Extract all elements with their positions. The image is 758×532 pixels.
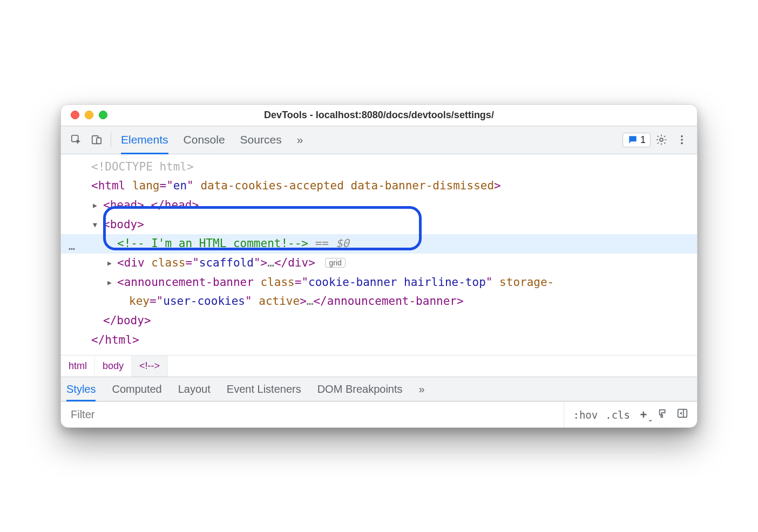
styles-filter-input[interactable] [61,402,564,427]
dom-node-comment[interactable]: ⋯ <!-- I'm an HTML comment!--> == $0 [61,234,697,254]
issues-icon [627,134,638,145]
expand-icon[interactable]: ▶ [91,200,99,212]
tabs-more[interactable]: » [297,126,303,154]
minimize-window-button[interactable] [85,111,93,119]
subtabs-more[interactable]: » [419,377,425,401]
subtab-event-listeners[interactable]: Event Listeners [227,377,301,401]
dom-node-head[interactable]: ▶ <head>…</head> [61,196,697,215]
styles-filter-tools: :hov .cls + [564,402,697,427]
close-window-button[interactable] [71,111,79,119]
dom-node-scaffold[interactable]: ▶ <div class="scaffold">…</div> grid [61,254,697,273]
expand-icon[interactable]: ▶ [105,257,114,269]
issues-button[interactable]: 1 [622,133,651,147]
titlebar: DevTools - localhost:8080/docs/devtools/… [61,105,697,126]
svg-point-4 [681,135,683,138]
grid-badge[interactable]: grid [325,258,345,268]
main-tabs: Elements Console Sources » [121,126,303,154]
subtab-layout[interactable]: Layout [178,377,211,401]
styles-tabs: Styles Computed Layout Event Listeners D… [61,377,697,401]
dom-node-html[interactable]: <html lang="en" data-cookies-accepted da… [61,176,697,196]
paint-icon[interactable] [657,407,669,422]
window-title: DevTools - localhost:8080/docs/devtools/… [61,110,697,121]
issues-count: 1 [640,134,646,146]
styles-filter-bar: :hov .cls + [61,401,697,427]
dom-node-html-close[interactable]: </html> [61,331,697,350]
crumb-html[interactable]: html [61,356,95,377]
svg-rect-2 [97,138,101,144]
collapse-icon[interactable]: ▼ [91,219,99,231]
svg-rect-7 [661,415,662,418]
kebab-menu-icon[interactable] [672,130,692,149]
tab-sources[interactable]: Sources [240,126,282,154]
tab-console[interactable]: Console [184,126,225,154]
breadcrumb: html body <!--> [61,355,697,377]
svg-point-3 [660,138,663,141]
tab-elements[interactable]: Elements [121,126,168,154]
subtab-styles[interactable]: Styles [66,377,96,401]
svg-rect-8 [678,410,687,418]
expand-icon[interactable]: ▶ [105,277,114,289]
main-toolbar: Elements Console Sources » 1 [61,126,697,154]
dom-node-announcement-banner[interactable]: ▶ <announcement-banner class="cookie-ban… [61,273,697,292]
dom-node-body-open[interactable]: ▼ <body> [61,215,697,235]
dom-node-announcement-banner-cont[interactable]: key="user-cookies" active>…</announcemen… [61,292,697,311]
dom-node-body-close[interactable]: </body> [61,311,697,331]
hov-toggle[interactable]: :hov [573,409,598,421]
svg-point-5 [681,139,683,141]
svg-point-6 [681,142,683,145]
devtools-window: DevTools - localhost:8080/docs/devtools/… [60,104,698,428]
dom-tree: <!DOCTYPE html> <html lang="en" data-coo… [61,154,697,356]
crumb-body[interactable]: body [95,356,132,377]
dom-node-doctype[interactable]: <!DOCTYPE html> [61,158,697,177]
computed-sidebar-toggle-icon[interactable] [676,407,688,422]
crumb-comment[interactable]: <!--> [132,356,168,377]
inspect-element-icon[interactable] [66,130,86,149]
settings-icon[interactable] [652,130,671,149]
device-toolbar-icon[interactable] [87,130,106,149]
toolbar-separator [111,132,111,147]
new-style-rule-button[interactable]: + [638,409,649,421]
maximize-window-button[interactable] [99,111,107,119]
window-controls [61,111,107,119]
cls-toggle[interactable]: .cls [605,409,630,421]
subtab-dom-breakpoints[interactable]: DOM Breakpoints [317,377,403,401]
subtab-computed[interactable]: Computed [112,377,161,401]
